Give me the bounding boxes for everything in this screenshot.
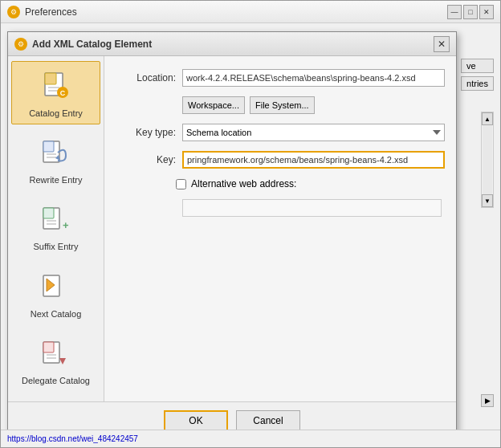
svg-rect-12 (43, 208, 54, 218)
location-input[interactable] (182, 69, 445, 87)
key-label: Key: (116, 154, 176, 165)
location-row: Location: (116, 69, 445, 87)
key-input[interactable] (182, 151, 445, 169)
dialog-body: C Catalog Entry (8, 56, 456, 401)
dialog-footer: OK Cancel (8, 401, 456, 430)
entry-sidebar: C Catalog Entry (8, 56, 104, 401)
status-bar: https://blog.csdn.net/wei_484242457 (1, 430, 500, 447)
alt-web-input[interactable] (182, 199, 442, 217)
status-url: https://blog.csdn.net/wei_484242457 (7, 434, 138, 443)
ok-button[interactable]: OK (164, 410, 228, 430)
delegate-catalog-icon (37, 334, 75, 373)
rewrite-entry-label: Rewrite Entry (29, 175, 82, 185)
filesystem-button[interactable]: File System... (250, 96, 315, 114)
maximize-button[interactable]: □ (463, 5, 478, 19)
next-catalog-icon (37, 267, 75, 306)
svg-text:C: C (59, 89, 65, 97)
catalog-entry-label: Catalog Entry (29, 108, 83, 119)
key-type-select[interactable]: Schema location Public ID System ID URI (182, 124, 445, 141)
sidebar-item-next-catalog[interactable]: Next Catalog (11, 262, 100, 325)
window-controls: — □ ✕ (447, 5, 494, 19)
sidebar-item-suffix-entry[interactable]: + Suffix Entry (11, 194, 100, 258)
cancel-button[interactable]: Cancel (236, 410, 300, 430)
dialog-content: Location: Workspace... File System... Ke… (104, 56, 456, 401)
key-row: Key: (116, 151, 445, 169)
suffix-entry-icon: + (37, 200, 75, 238)
preferences-title: Preferences (25, 6, 442, 18)
svg-rect-19 (43, 342, 54, 352)
next-catalog-label: Next Catalog (31, 309, 82, 320)
dialog-title-icon: ⚙ (14, 38, 27, 51)
alt-web-row: Alternative web address: (176, 178, 445, 189)
delegate-catalog-label: Delegate Catalog (22, 376, 90, 386)
browse-row: Workspace... File System... (182, 96, 445, 114)
dialog-overlay: ⚙ Add XML Catalog Element ✕ (1, 23, 500, 430)
svg-text:+: + (63, 219, 69, 231)
svg-rect-7 (43, 141, 54, 152)
sidebar-item-delegate-catalog[interactable]: Delegate Catalog (11, 328, 100, 392)
preferences-window: ⚙ Preferences — □ ✕ ve ntries ▲ ▼ ▶ ⚙ (0, 0, 501, 448)
sidebar-item-rewrite-entry[interactable]: Rewrite Entry (11, 128, 100, 191)
add-xml-catalog-dialog: ⚙ Add XML Catalog Element ✕ (7, 31, 457, 430)
location-label: Location: (116, 72, 176, 83)
catalog-entry-icon: C (37, 67, 75, 105)
svg-marker-22 (59, 358, 66, 365)
alt-web-label: Alternative web address: (191, 178, 296, 189)
sidebar-item-catalog-entry[interactable]: C Catalog Entry (11, 61, 100, 124)
close-button[interactable]: ✕ (479, 5, 494, 19)
svg-rect-1 (45, 73, 56, 84)
workspace-button[interactable]: Workspace... (182, 96, 245, 114)
dialog-close-button[interactable]: ✕ (434, 36, 450, 52)
rewrite-entry-icon (37, 133, 75, 172)
suffix-entry-label: Suffix Entry (33, 242, 78, 252)
dialog-title: Add XML Catalog Element (32, 39, 429, 50)
preferences-body: ve ntries ▲ ▼ ▶ ⚙ Add XML Catalog Elemen… (1, 23, 500, 430)
key-type-label: Key type: (116, 127, 176, 138)
alt-web-checkbox[interactable] (176, 179, 186, 189)
dialog-titlebar: ⚙ Add XML Catalog Element ✕ (8, 32, 456, 56)
preferences-title-icon: ⚙ (7, 6, 20, 18)
minimize-button[interactable]: — (447, 5, 462, 19)
preferences-titlebar: ⚙ Preferences — □ ✕ (1, 1, 500, 23)
key-type-row: Key type: Schema location Public ID Syst… (116, 124, 445, 141)
